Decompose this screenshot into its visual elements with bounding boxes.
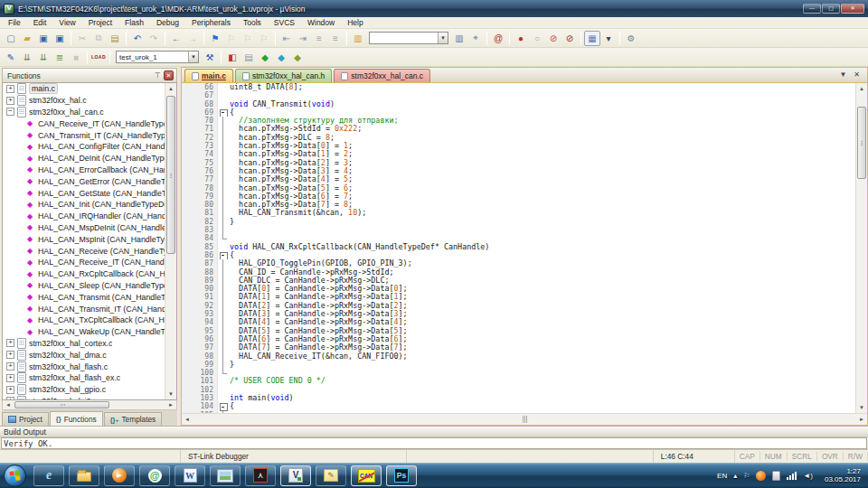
insert-bookmark-icon[interactable]: ⚑: [207, 31, 223, 46]
redo-icon[interactable]: ↷: [146, 31, 162, 46]
tree-file-stm32f0xx_hal_dma.c[interactable]: +stm32f0xx_hal_dma.c: [3, 349, 165, 361]
stop-build-icon[interactable]: ■: [68, 50, 84, 65]
tree-file-stm32f0xx_hal.c[interactable]: +stm32f0xx_hal.c: [3, 95, 165, 107]
code-line[interactable]: 92 DATA[2] = CanHandle->pRxMsg->Data[2];: [182, 302, 855, 310]
taskbar-word[interactable]: W: [175, 465, 205, 486]
editor-hscrollbar[interactable]: ◄ ►: [182, 413, 867, 425]
code-line[interactable]: 89 CAN_DLC = CanHandle->pRxMsg->DLC;: [182, 277, 855, 285]
menu-item-file[interactable]: File: [2, 17, 27, 29]
pack-installer-icon[interactable]: ◆: [289, 50, 306, 65]
target-combobox[interactable]: test_urok_1▼: [116, 51, 199, 63]
functions-tree-hscrollbar[interactable]: ◄ ►: [2, 400, 177, 410]
cut-icon[interactable]: ✂: [74, 31, 90, 46]
code-line[interactable]: 90 DATA[0] = CanHandle->pRxMsg->Data[0];: [182, 285, 855, 293]
code-line[interactable]: 69{: [182, 108, 855, 117]
taskbar-mailru-agent[interactable]: @: [139, 465, 170, 486]
dropdown-arrow-icon[interactable]: ▼: [438, 33, 448, 43]
taskbar-windows-explorer[interactable]: [69, 465, 99, 486]
start-button[interactable]: [4, 465, 26, 487]
code-line[interactable]: 80 hcan.pTxMsg->Data[7] = 8;: [182, 201, 855, 209]
tree-file-stm32f0xx_hal_gpio.c[interactable]: +stm32f0xx_hal_gpio.c: [3, 384, 165, 396]
copy-icon[interactable]: ⧉: [90, 31, 107, 46]
scroll-up-arrow[interactable]: ▲: [165, 83, 176, 94]
tree-function-HAL_CAN_TxCpltCallback[interactable]: ◆HAL_CAN_TxCpltCallback (CAN_Ha: [3, 314, 165, 326]
tree-file-stm32f0xx_hal_can.c[interactable]: −stm32f0xx_hal_can.c: [3, 107, 165, 118]
document-tab-stm32f0xx_hal_can.c[interactable]: stm32f0xx_hal_can.c: [334, 69, 430, 82]
navigate-forward-icon[interactable]: →: [184, 31, 201, 46]
menu-item-project[interactable]: Project: [82, 17, 118, 29]
show-hidden-icons-icon[interactable]: ▴: [733, 472, 737, 480]
layout-dropdown-icon[interactable]: ▾: [600, 31, 617, 46]
code-line[interactable]: 103int main(void): [182, 394, 855, 402]
code-line[interactable]: 86{: [182, 251, 855, 259]
taskbar-photo-viewer[interactable]: [210, 465, 241, 486]
code-line[interactable]: 94 DATA[4] = CanHandle->pRxMsg->Data[4];: [182, 318, 855, 326]
scroll-right-arrow[interactable]: ►: [856, 414, 867, 425]
build-output-content[interactable]: Verify OK.: [1, 437, 867, 449]
tree-file-stm32f0xx_hal_flash_ex.c[interactable]: +stm32f0xx_hal_flash_ex.c: [3, 372, 165, 384]
tree-file-stm32f0xx_hal_i2c.c[interactable]: +stm32f0xx_hal_i2c.c: [3, 396, 165, 399]
indent-icon[interactable]: ⇥: [295, 31, 311, 46]
navigate-back-icon[interactable]: ←: [168, 31, 184, 46]
tree-function-HAL_CAN_RxCpltCallback[interactable]: ◆HAL_CAN_RxCpltCallback (CAN_Ha: [3, 268, 165, 280]
document-tab-main.c[interactable]: main.c: [184, 69, 233, 82]
language-indicator[interactable]: EN: [717, 472, 727, 480]
scroll-down-arrow[interactable]: ▼: [856, 402, 867, 413]
tree-function-HAL_CAN_Receive[interactable]: ◆HAL_CAN_Receive (CAN_HandleTy: [3, 245, 165, 257]
taskbar-can-tool[interactable]: CAN: [351, 465, 382, 486]
menu-item-svcs[interactable]: SVCS: [268, 17, 301, 29]
save-icon[interactable]: ▣: [35, 31, 52, 46]
code-line[interactable]: 95 DATA[5] = CanHandle->pRxMsg->Data[5];: [182, 327, 855, 335]
file-extensions-icon[interactable]: ▤: [241, 50, 257, 65]
code-line[interactable]: 99}: [182, 361, 855, 369]
search-combobox[interactable]: ▼: [369, 32, 448, 44]
new-file-icon[interactable]: ▢: [3, 31, 19, 46]
find-in-files-icon[interactable]: ▥: [350, 31, 366, 46]
taskbar-photoshop[interactable]: Ps: [386, 465, 417, 486]
code-line[interactable]: 67: [182, 91, 855, 99]
tab-list-dropdown-icon[interactable]: ▼: [839, 70, 846, 79]
expand-icon[interactable]: +: [6, 339, 14, 347]
tree-file-main.c[interactable]: +main.c: [3, 83, 165, 95]
tree-function-CAN_Transmit_IT[interactable]: ◆CAN_Transmit_IT (CAN_HandleTyp: [3, 129, 165, 141]
expand-icon[interactable]: +: [6, 386, 14, 394]
tree-file-stm32f0xx_hal_cortex.c[interactable]: +stm32f0xx_hal_cortex.c: [3, 338, 165, 350]
menu-item-flash[interactable]: Flash: [118, 17, 150, 29]
network-signal-icon[interactable]: [787, 471, 797, 480]
tree-function-HAL_CAN_Init[interactable]: ◆HAL_CAN_Init (CAN_HandleTypeDe: [3, 199, 165, 211]
code-line[interactable]: 91 DATA[1] = CanHandle->pRxMsg->Data[1];: [182, 293, 855, 301]
editor-vscrollbar[interactable]: ▲ ▼: [855, 83, 867, 413]
menu-item-window[interactable]: Window: [301, 17, 341, 29]
uncomment-selection-icon[interactable]: ≡: [327, 31, 344, 46]
code-line[interactable]: 102: [182, 386, 855, 394]
target-options-icon[interactable]: ⚒: [202, 50, 218, 65]
expand-icon[interactable]: +: [6, 374, 14, 382]
code-line[interactable]: 71 hcan.pTxMsg->StdId = 0x222;: [182, 125, 855, 133]
clear-bookmarks-icon[interactable]: ⚐: [256, 31, 272, 46]
comment-selection-icon[interactable]: ≡: [311, 31, 327, 46]
maximize-button[interactable]: ▢: [822, 4, 840, 14]
clock[interactable]: 1:27 03.05.2017: [825, 467, 861, 484]
prev-bookmark-icon[interactable]: ⚐: [223, 31, 240, 46]
code-line[interactable]: 82}: [182, 218, 855, 226]
window-layout-icon[interactable]: ▦: [584, 31, 600, 46]
code-line[interactable]: 72 hcan.pTxMsg->DLC = 8;: [182, 134, 855, 142]
run-to-cursor-icon[interactable]: @: [490, 31, 506, 46]
next-bookmark-icon[interactable]: ⚐: [240, 31, 256, 46]
code-line[interactable]: 100: [182, 369, 855, 377]
code-line[interactable]: 66uint8_t DATA[8];: [182, 83, 855, 91]
panel-tab-templates[interactable]: {}₊Templates: [104, 412, 163, 426]
unindent-icon[interactable]: ⇤: [278, 31, 295, 46]
tree-function-CAN_Receive_IT[interactable]: ◆CAN_Receive_IT (CAN_HandleType: [3, 117, 165, 129]
panel-close-icon[interactable]: ✕: [164, 70, 174, 80]
manage-run-time-environment-icon[interactable]: ◆: [257, 50, 273, 65]
code-line[interactable]: 88 CAN_ID = CanHandle->pRxMsg->StdId;: [182, 268, 855, 277]
code-line[interactable]: 98 HAL_CAN_Receive_IT(&hcan, CAN_FIFO0);: [182, 352, 855, 361]
volume-icon[interactable]: ◄): [803, 472, 813, 480]
scroll-thumb[interactable]: [857, 107, 866, 179]
taskbar-acrobat-reader[interactable]: ⋏: [245, 465, 276, 486]
dropdown-arrow-icon[interactable]: ▼: [188, 52, 198, 62]
incremental-find-icon[interactable]: ⌖: [467, 31, 484, 46]
code-line[interactable]: 79 hcan.pTxMsg->Data[6] = 7;: [182, 192, 855, 201]
code-line[interactable]: 84: [182, 234, 855, 242]
